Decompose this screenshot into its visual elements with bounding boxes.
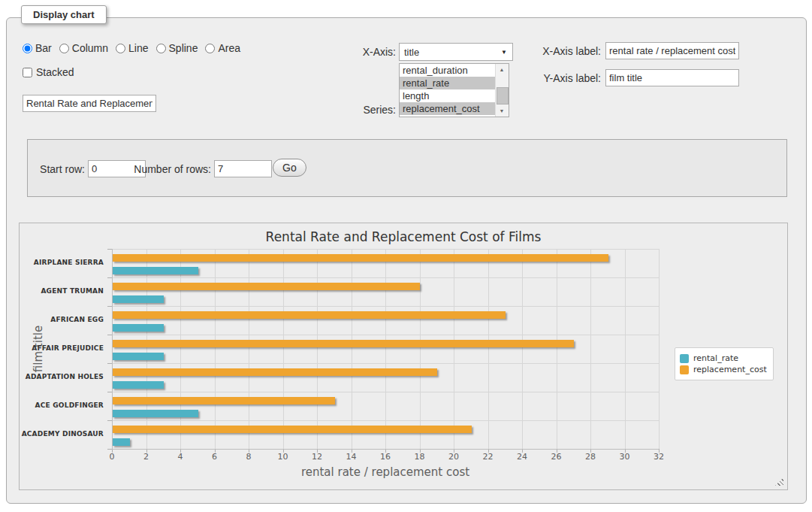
scroll-up-icon[interactable]: ▲ <box>496 64 508 75</box>
series-option-rental_duration[interactable]: rental_duration <box>400 64 496 77</box>
legend-item-rental_rate[interactable]: rental_rate <box>680 353 767 363</box>
x-axis-tick-label: 32 <box>654 452 664 462</box>
bar-replacement_cost <box>113 311 506 319</box>
stacked-checkbox[interactable] <box>23 68 32 77</box>
bar-rental_rate <box>113 438 130 446</box>
bar-rental_rate <box>113 267 198 274</box>
series-options: rental_durationrental_ratelengthreplacem… <box>400 64 496 117</box>
series-option-length[interactable]: length <box>400 89 496 102</box>
stacked-label: Stacked <box>36 66 74 78</box>
series-label: Series: <box>323 104 396 116</box>
y-axis-label-input[interactable] <box>605 69 739 86</box>
x-axis-tick-label: 20 <box>448 452 459 462</box>
x-axis-select[interactable]: title ▼ <box>399 43 513 61</box>
chart-type-radio-label: Bar <box>35 42 52 54</box>
bar-replacement_cost <box>113 254 608 262</box>
series-scrollbar[interactable]: ▲ ▼ <box>495 64 509 117</box>
gridline <box>249 249 249 449</box>
resize-handle-icon[interactable] <box>775 477 783 486</box>
legend-item-replacement_cost[interactable]: replacement_cost <box>680 365 767 374</box>
x-axis-select-label: X-Axis: <box>323 46 396 58</box>
x-axis-tick-label: 2 <box>143 452 149 462</box>
x-axis-tick-label: 8 <box>246 452 252 462</box>
category-label: ACE GOLDFINGER <box>20 401 104 409</box>
chart-type-radio-spline[interactable] <box>156 44 166 53</box>
gridline <box>659 249 660 449</box>
x-axis-tick-label: 24 <box>517 452 527 462</box>
gridline <box>590 249 591 449</box>
category-label: ADAPTATION HOLES <box>20 373 104 380</box>
chart-title: Rental Rate and Replacement Cost of Film… <box>20 229 787 244</box>
bar-replacement_cost <box>113 397 335 404</box>
chart-legend: rental_ratereplacement_cost <box>675 347 774 380</box>
y-axis-label-label: Y-Axis label: <box>518 72 601 84</box>
chevron-down-icon: ▼ <box>501 49 507 56</box>
chart-type-radio-label: Line <box>128 42 148 54</box>
chart-type-radio-label: Area <box>218 42 240 54</box>
scroll-down-icon[interactable]: ▼ <box>496 105 508 117</box>
chart-type-group: BarColumnLineSplineArea <box>23 42 248 54</box>
legend-swatch-icon <box>680 365 689 374</box>
gridline <box>317 249 318 449</box>
gridline <box>112 306 659 307</box>
gridline <box>112 335 659 335</box>
x-axis-tick-label: 10 <box>278 452 288 462</box>
series-listbox[interactable]: rental_durationrental_ratelengthreplacem… <box>399 63 509 117</box>
gridline <box>454 249 454 449</box>
bar-rental_rate <box>113 295 164 303</box>
series-option-rental_rate[interactable]: rental_rate <box>400 77 496 89</box>
gridline <box>385 249 386 449</box>
bar-rental_rate <box>113 353 164 360</box>
bar-rental_rate <box>113 381 164 389</box>
gridline <box>352 249 352 449</box>
chart-type-radio-area[interactable] <box>205 44 215 53</box>
gridline <box>488 249 489 449</box>
x-axis-tick-label: 14 <box>346 452 357 462</box>
x-axis-label-label: X-Axis label: <box>518 45 601 57</box>
gridline <box>283 249 284 449</box>
gridline <box>420 249 421 449</box>
go-button[interactable]: Go <box>273 159 306 177</box>
gridline <box>522 249 523 449</box>
bar-rental_rate <box>113 410 198 417</box>
gridline <box>146 249 147 449</box>
num-rows-input[interactable] <box>214 160 272 177</box>
legend-label: rental_rate <box>693 353 738 363</box>
chart-title-input[interactable] <box>23 95 156 112</box>
category-label: AFFAIR PREJUDICE <box>20 344 104 352</box>
bar-rental_rate <box>113 324 164 332</box>
chart-type-radio-bar[interactable] <box>23 44 32 53</box>
chart-type-option-area: Area <box>205 42 240 54</box>
x-axis-tick-label: 26 <box>551 452 562 462</box>
scrollbar-thumb[interactable] <box>497 87 509 105</box>
chart-type-radio-line[interactable] <box>116 44 125 53</box>
x-axis-tick-label: 22 <box>483 452 494 462</box>
x-axis-label-input[interactable] <box>605 42 739 59</box>
x-axis-tick-label: 30 <box>620 452 630 462</box>
chart-container: Rental Rate and Replacement Cost of Film… <box>19 223 788 490</box>
display-chart-tab: Display chart <box>21 5 107 24</box>
x-axis-tick-label: 0 <box>110 452 115 462</box>
series-option-replacement_cost[interactable]: replacement_cost <box>400 102 496 115</box>
bar-replacement_cost <box>113 368 437 376</box>
gridline <box>112 277 659 278</box>
x-axis-tick-label: 4 <box>178 452 183 462</box>
bar-replacement_cost <box>113 426 472 433</box>
chart-x-axis-title: rental rate / replacement cost <box>112 465 659 479</box>
x-axis-tick-label: 28 <box>585 452 596 462</box>
gridline <box>180 249 181 449</box>
chart-type-option-line: Line <box>116 42 148 54</box>
x-axis-line <box>112 449 659 450</box>
chart-type-radio-label: Column <box>72 42 108 54</box>
x-axis-tick-label: 18 <box>415 452 425 462</box>
bar-replacement_cost <box>113 283 420 290</box>
chart-type-radio-column[interactable] <box>59 44 69 53</box>
y-axis-line <box>112 249 113 449</box>
category-label: AIRPLANE SIERRA <box>20 259 104 266</box>
stacked-group: Stacked <box>23 66 74 78</box>
x-axis-tick-label: 16 <box>380 452 391 462</box>
x-axis-selected-value: title <box>404 47 419 58</box>
category-label: AFRICAN EGG <box>20 316 104 323</box>
x-axis-tick-label: 12 <box>312 452 322 462</box>
start-row-label: Start row: <box>27 163 85 175</box>
